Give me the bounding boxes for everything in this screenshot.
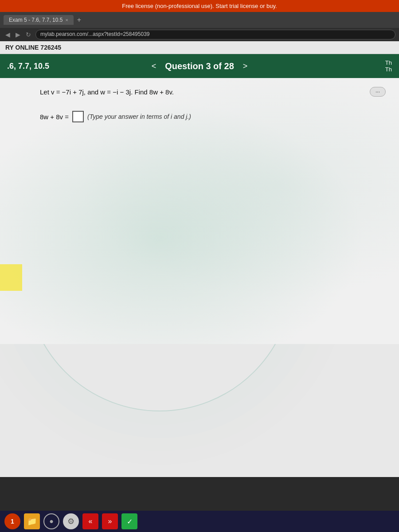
- license-bar: Free license (non-professional use). Sta…: [0, 0, 399, 12]
- browser-nav-buttons: ◀ ▶ ↻: [4, 30, 33, 39]
- red-arrow-right-icon[interactable]: »: [102, 513, 118, 529]
- question-content-area: ··· Let v = −7i + 7j, and w = −i − 3j. F…: [0, 78, 399, 344]
- chrome-symbol: ●: [49, 517, 54, 525]
- page-header: RY ONLINE 726245: [0, 41, 399, 54]
- start-button[interactable]: 1: [4, 513, 20, 529]
- next-question-button[interactable]: >: [239, 60, 251, 73]
- gear-symbol: ⚙: [67, 516, 74, 526]
- chrome-icon[interactable]: ●: [43, 513, 59, 529]
- new-tab-button[interactable]: +: [77, 16, 81, 24]
- main-content-wrapper: ⇤ ▲ ▼ ··· Let v = −7i + 7j, and w = −i −…: [0, 78, 399, 477]
- tab-close-button[interactable]: ×: [65, 17, 68, 23]
- license-text: Free license (non-professional use). Sta…: [122, 3, 277, 9]
- answer-label: 8w + 8v =: [40, 113, 69, 121]
- answer-row: 8w + 8v = (Type your answer in terms of …: [40, 111, 386, 122]
- right-arrow-symbol: »: [108, 517, 112, 525]
- folder-icon[interactable]: 📁: [24, 513, 40, 529]
- taskbar: 1 📁 ● ⚙ « » ✓: [0, 511, 399, 532]
- question-navigation: < Question 3 of 28 >: [148, 60, 251, 73]
- browser-tab[interactable]: Exam 5 - 7.6, 7.7, 10.5 ×: [4, 15, 74, 25]
- back-button[interactable]: ◀: [4, 30, 12, 39]
- page-title: RY ONLINE 726245: [5, 44, 61, 51]
- answer-input-box[interactable]: [72, 111, 84, 122]
- start-icon: 1: [11, 518, 14, 525]
- browser-chrome: Exam 5 - 7.6, 7.7, 10.5 × +: [0, 12, 399, 28]
- tab-title: Exam 5 - 7.6, 7.7, 10.5: [9, 17, 63, 23]
- prev-question-button[interactable]: <: [148, 60, 160, 73]
- folder-symbol: 📁: [27, 516, 37, 526]
- left-arrow-symbol: «: [89, 517, 93, 525]
- green-check-icon[interactable]: ✓: [121, 513, 137, 529]
- answer-hint: (Type your answer in terms of i and j.): [87, 113, 191, 120]
- reload-button[interactable]: ↻: [24, 30, 33, 39]
- question-area: ··· Let v = −7i + 7j, and w = −i − 3j. F…: [40, 87, 386, 122]
- address-bar-row: ◀ ▶ ↻ mylab.pearson.com/...aspx?testId=2…: [0, 28, 399, 41]
- exam-right-info: Th Th: [385, 59, 392, 73]
- address-input[interactable]: mylab.pearson.com/...aspx?testId=2584950…: [35, 30, 395, 39]
- red-arrow-left-icon[interactable]: «: [82, 513, 98, 529]
- exam-right-line1: Th: [385, 59, 392, 66]
- more-options-button[interactable]: ···: [370, 87, 386, 97]
- yellow-sticky-note: [0, 264, 22, 291]
- question-counter: Question 3 of 28: [165, 61, 234, 71]
- check-symbol: ✓: [127, 517, 133, 526]
- exam-nav-bar: .6, 7.7, 10.5 < Question 3 of 28 > Th Th: [0, 54, 399, 78]
- settings-icon[interactable]: ⚙: [63, 513, 79, 529]
- forward-button[interactable]: ▶: [14, 30, 22, 39]
- content-wrapper: ⇤ ▲ ▼ ··· Let v = −7i + 7j, and w = −i −…: [0, 78, 399, 344]
- exam-right-line2: Th: [385, 66, 392, 73]
- question-statement: Let v = −7i + 7j, and w = −i − 3j. Find …: [40, 88, 174, 96]
- question-text: Let v = −7i + 7j, and w = −i − 3j. Find …: [40, 87, 386, 98]
